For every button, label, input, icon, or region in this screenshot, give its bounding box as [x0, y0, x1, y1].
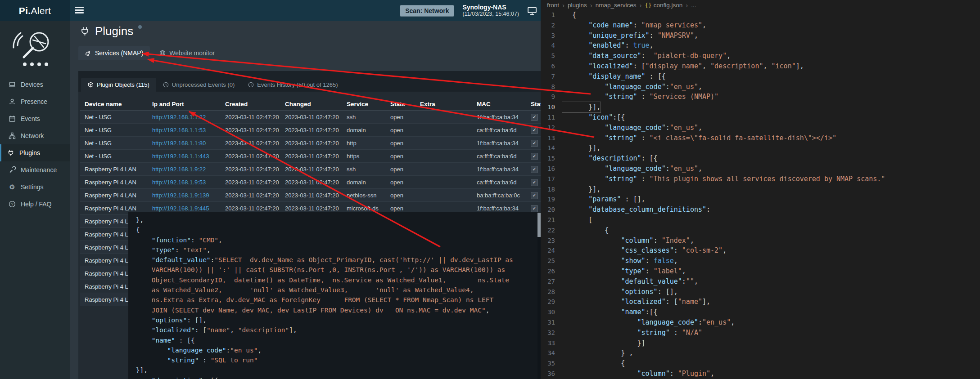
ip-port-link[interactable]: http://192.168.1.9:53	[152, 179, 206, 186]
column-header[interactable]: Ip and Port	[148, 98, 221, 111]
breadcrumb-item[interactable]: plugins	[568, 2, 587, 9]
table-row[interactable]: Raspberry Pi 4 LANhttp://192.168.1.9:222…	[80, 163, 541, 176]
overlay-code: }, { "function": "CMD", "type": "text", …	[132, 215, 534, 379]
code-line: 14 }],	[541, 143, 980, 153]
tab-events-history[interactable]: Events History (50 out of 1265)	[241, 78, 344, 92]
line-number: 20	[541, 205, 562, 215]
cell-status: ✓	[526, 124, 541, 137]
line-number: 10	[541, 102, 562, 112]
line-number: 18	[541, 184, 562, 195]
tab-unprocessed-events[interactable]: Unprocessed Events (0)	[156, 78, 241, 92]
breadcrumb-item[interactable]: {}config.json	[645, 2, 683, 9]
breadcrumb-item[interactable]: front	[547, 2, 559, 9]
column-header[interactable]: Status	[526, 98, 541, 111]
cell-state: open	[386, 150, 415, 163]
nas-name: Synology-NAS	[462, 4, 519, 11]
sidebar-item-help[interactable]: ? Help / FAQ	[0, 196, 70, 213]
cell-link[interactable]: http://192.168.1.9:22	[148, 163, 221, 176]
table-head-row: Device nameIp and PortCreatedChangedServ…	[80, 98, 541, 111]
table-row[interactable]: Raspberry Pi 4 LANhttp://192.168.1.9:139…	[80, 189, 541, 202]
scan-status-badge: Scan: Network	[400, 5, 454, 17]
line-number: 6	[541, 61, 562, 71]
breadcrumb: front›plugins›nmap_services›{}config.jso…	[541, 0, 980, 10]
cell-link[interactable]: http://192.168.1.9:53	[148, 176, 221, 189]
cell-state: open	[386, 189, 415, 202]
table-row[interactable]: Net - USGhttp://192.168.1.1:802023-03-11…	[80, 137, 541, 150]
brand-logo[interactable]: Pi.Alert	[0, 0, 70, 21]
status-checkbox[interactable]: ✓	[531, 153, 538, 160]
status-checkbox[interactable]: ✓	[531, 205, 538, 212]
tab-plugin-objects[interactable]: Plugin Objects (115)	[81, 78, 156, 92]
code-line: 20 "database_column_definitions":	[541, 205, 980, 215]
sidebar-item-maintenance[interactable]: Maintenance	[0, 161, 70, 178]
cell-name: Raspberry Pi 4 LAN	[80, 176, 148, 189]
table-row[interactable]: Net - USGhttp://192.168.1.1:222023-03-11…	[80, 111, 541, 124]
cell-status: ✓	[526, 150, 541, 163]
sidebar-item-plugins[interactable]: Plugins	[0, 144, 70, 161]
code-line: 35 {	[541, 358, 980, 369]
cell-extra	[415, 189, 472, 202]
sidebar-nav: Devices Presence Events Network Plugins	[0, 76, 70, 213]
column-header[interactable]: Changed	[280, 98, 342, 111]
status-checkbox[interactable]: ✓	[531, 179, 538, 186]
ip-port-link[interactable]: http://192.168.1.1:80	[152, 140, 206, 147]
table-row[interactable]: Raspberry Pi 4 LANhttp://192.168.1.9:532…	[80, 176, 541, 189]
code-line: 18 }],	[541, 184, 980, 195]
tab-website-monitor[interactable]: Website monitor	[153, 46, 221, 60]
sidebar-item-events[interactable]: Events	[0, 110, 70, 127]
table-row[interactable]: Net - USGhttp://192.168.1.1:4432023-03-1…	[80, 150, 541, 163]
cell-mac: ca:ff:ff:ca:ba:6d	[472, 124, 526, 137]
cell-link[interactable]: http://192.168.1.1:22	[148, 111, 221, 124]
column-header[interactable]: Service	[342, 98, 386, 111]
cell-mac: 1f:ba:ff:ca:ba:34	[472, 137, 526, 150]
status-checkbox[interactable]: ✓	[531, 166, 538, 173]
status-checkbox[interactable]: ✓	[531, 127, 538, 134]
overlay-scrollbar[interactable]	[537, 212, 541, 379]
ip-port-link[interactable]: http://192.168.1.1:22	[152, 114, 206, 120]
device-monitor-icon[interactable]	[527, 6, 537, 16]
code-line: {	[132, 225, 534, 235]
column-header[interactable]: State	[386, 98, 415, 111]
line-number: 13	[541, 133, 562, 143]
cell-mac: ca:ff:ff:ca:ba:6d	[472, 150, 526, 163]
line-number: 19	[541, 194, 562, 205]
column-header[interactable]: Extra	[415, 98, 472, 111]
cell-extra	[415, 137, 472, 150]
ip-port-link[interactable]: http://192.168.1.1:53	[152, 127, 206, 134]
status-checkbox[interactable]: ✓	[531, 140, 538, 147]
ip-port-link[interactable]: http://192.168.1.9:22	[152, 166, 206, 173]
status-checkbox[interactable]: ✓	[531, 192, 538, 199]
cell-service: https	[342, 150, 386, 163]
ip-port-link[interactable]: http://192.168.1.9:139	[152, 192, 209, 199]
column-header[interactable]: Device name	[80, 98, 148, 111]
editor-code[interactable]: 1{2 "code_name": "nmap_services",3 "uniq…	[541, 10, 980, 379]
cell-link[interactable]: http://192.168.1.1:80	[148, 137, 221, 150]
breadcrumb-item[interactable]: nmap_services	[596, 2, 637, 9]
clock-icon	[163, 82, 169, 88]
sidebar-item-settings[interactable]: ⚙ Settings	[0, 178, 70, 196]
ip-port-link[interactable]: http://192.168.1.1:443	[152, 153, 209, 160]
cell-link[interactable]: http://192.168.1.1:53	[148, 124, 221, 137]
line-number: 29	[541, 297, 562, 307]
column-header[interactable]: MAC	[472, 98, 526, 111]
plugins-help-dot[interactable]	[138, 25, 142, 29]
cell-link[interactable]: http://192.168.1.1:443	[148, 150, 221, 163]
sidebar-item-presence[interactable]: Presence	[0, 93, 70, 110]
cell-link[interactable]: http://192.168.1.9:139	[148, 189, 221, 202]
code-line: 26 "type": "label",	[541, 266, 980, 276]
sidebar-item-network[interactable]: Network	[0, 127, 70, 144]
column-header[interactable]: Created	[221, 98, 280, 111]
line-number: 16	[541, 164, 562, 174]
user-icon	[9, 98, 16, 105]
code-editor: front›plugins›nmap_services›{}config.jso…	[541, 0, 980, 379]
tab-services-nmap[interactable]: Services (NMAP)	[78, 46, 150, 60]
code-line: 12 "language_code":"en_us",	[541, 123, 980, 133]
breadcrumb-item[interactable]: ...	[691, 2, 696, 9]
overlay-scrollbar-thumb[interactable]	[537, 213, 541, 237]
hamburger-menu-icon[interactable]	[75, 7, 84, 14]
ip-port-link[interactable]: http://192.168.1.9:445	[152, 205, 209, 212]
table-row[interactable]: Net - USGhttp://192.168.1.1:532023-03-11…	[80, 124, 541, 137]
line-number: 15	[541, 153, 562, 164]
sidebar-item-devices[interactable]: Devices	[0, 76, 70, 93]
status-checkbox[interactable]: ✓	[531, 114, 538, 121]
